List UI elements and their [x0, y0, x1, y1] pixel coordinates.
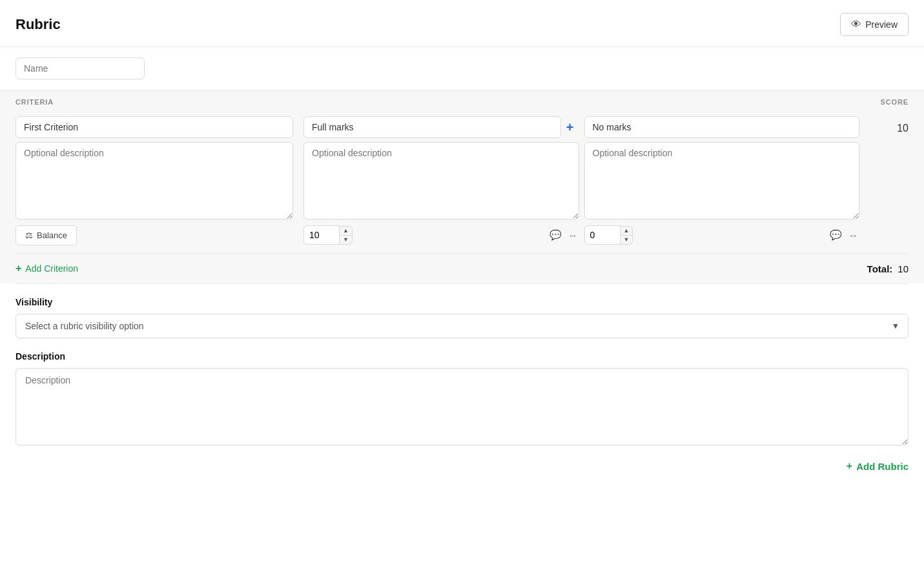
preview-button[interactable]: 👁 Preview	[840, 13, 909, 36]
criterion-score-value: 10	[897, 123, 909, 134]
rubric-name-input[interactable]	[15, 57, 145, 79]
criterion-description-textarea[interactable]	[15, 142, 293, 219]
total-label: Total:	[867, 263, 893, 274]
add-level-button[interactable]: +	[561, 121, 579, 138]
score-input-no-marks[interactable]	[584, 225, 621, 245]
level-footer-no-marks: ▲ ▼ 💬 ↔	[584, 225, 860, 245]
balance-icon: ⚖	[25, 230, 33, 240]
score-up-button-no-marks[interactable]: ▲	[621, 227, 633, 236]
arrows-icon-button-no-marks[interactable]: ↔	[847, 229, 859, 242]
criterion-score-display: 10	[870, 116, 909, 134]
add-criterion-label: Add Criterion	[25, 263, 78, 274]
balance-label: Balance	[37, 230, 67, 240]
score-down-button-no-marks[interactable]: ▼	[621, 236, 633, 244]
level-no-marks-header-row	[584, 116, 860, 142]
description-section: Description	[0, 338, 924, 447]
add-criterion-button[interactable]: + Add Criterion	[15, 263, 78, 274]
page-title: Rubric	[15, 16, 61, 33]
level-full-marks: + ▲ ▼ 💬 ↔	[303, 116, 579, 245]
criteria-header-label: CRITERIA	[15, 98, 54, 106]
level-icons-no-marks: 💬 ↔	[828, 228, 859, 242]
level-description-textarea-no-marks[interactable]	[584, 142, 860, 219]
level-description-textarea-full-marks[interactable]	[303, 142, 579, 219]
total-value: 10	[898, 263, 909, 274]
score-input-full-marks[interactable]	[303, 225, 340, 245]
score-down-button-full-marks[interactable]: ▼	[340, 236, 352, 244]
level-icons-full-marks: 💬 ↔	[548, 228, 579, 242]
arrows-icon-button-full-marks[interactable]: ↔	[567, 229, 579, 242]
description-textarea[interactable]	[15, 368, 909, 445]
rubric-page: Rubric 👁 Preview CRITERIA SCORE ⚖ Balanc…	[0, 0, 924, 561]
score-spinners-full-marks: ▲ ▼	[340, 226, 353, 245]
criterion-name-input[interactable]	[15, 116, 293, 138]
balance-button[interactable]: ⚖ Balance	[15, 225, 77, 245]
level-name-input-full-marks[interactable]	[303, 116, 561, 138]
add-criterion-plus-icon: +	[15, 263, 21, 274]
visibility-select[interactable]: Select a rubric visibility option Visibl…	[15, 314, 909, 338]
level-name-input-no-marks[interactable]	[584, 116, 860, 138]
comment-icon-button-no-marks[interactable]: 💬	[828, 228, 843, 242]
level-no-marks: ▲ ▼ 💬 ↔	[584, 116, 860, 245]
add-rubric-button[interactable]: + Add Rubric	[847, 460, 909, 472]
level-header-row: +	[303, 116, 579, 142]
score-input-group-no-marks: ▲ ▼	[584, 225, 633, 245]
eye-icon: 👁	[851, 19, 861, 30]
level-footer-full-marks: ▲ ▼ 💬 ↔	[303, 225, 579, 245]
score-input-group-full-marks: ▲ ▼	[303, 225, 353, 245]
score-header-label: SCORE	[880, 98, 909, 106]
total-area: Total: 10	[867, 263, 909, 274]
page-footer: + Add Rubric	[0, 447, 924, 485]
description-label: Description	[15, 351, 909, 362]
visibility-select-wrapper: Select a rubric visibility option Visibl…	[15, 314, 909, 338]
criteria-header-row: CRITERIA SCORE	[15, 90, 909, 111]
visibility-section: Visibility Select a rubric visibility op…	[0, 284, 924, 338]
add-criterion-row: + Add Criterion Total: 10	[15, 253, 909, 283]
comment-icon-button-full-marks[interactable]: 💬	[548, 228, 563, 242]
preview-label: Preview	[865, 19, 898, 30]
score-spinners-no-marks: ▲ ▼	[621, 226, 633, 245]
add-rubric-plus-icon: +	[847, 460, 852, 472]
visibility-label: Visibility	[15, 297, 909, 307]
criterion-left-panel: ⚖ Balance	[15, 116, 293, 245]
name-area	[0, 47, 924, 90]
criteria-section: CRITERIA SCORE ⚖ Balance +	[0, 90, 924, 283]
add-rubric-label: Add Rubric	[856, 461, 909, 472]
score-up-button-full-marks[interactable]: ▲	[340, 227, 352, 236]
criterion-row: ⚖ Balance + ▲ ▼	[15, 111, 909, 253]
page-header: Rubric 👁 Preview	[0, 0, 924, 47]
